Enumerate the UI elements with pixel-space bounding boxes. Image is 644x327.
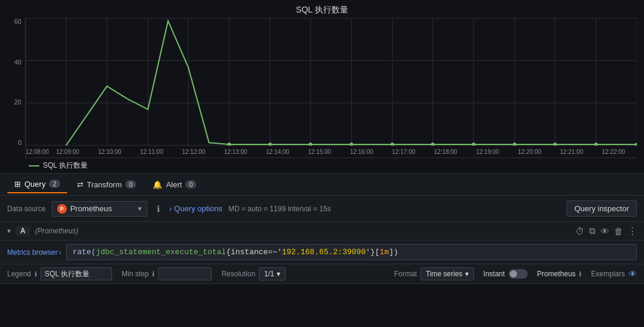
query-tab-icon: ⊞ xyxy=(14,180,21,189)
prometheus-info-icon[interactable]: ℹ xyxy=(579,270,581,278)
instant-toggle[interactable] xyxy=(509,269,528,279)
query-func-part: rate( xyxy=(73,248,96,257)
chevron-down-res-icon: ▾ xyxy=(277,270,280,278)
query-options-link[interactable]: › Query options xyxy=(169,204,222,213)
query-letter: A xyxy=(16,226,30,236)
transform-tab-label: Transform xyxy=(87,180,122,189)
resolution-group: Resolution 1/1 ▾ xyxy=(221,267,285,280)
resolution-label: Resolution xyxy=(221,270,255,278)
query-source-label: (Prometheus) xyxy=(35,227,79,235)
datasource-label: Data source xyxy=(7,205,46,213)
collapse-arrow-icon[interactable]: ▾ xyxy=(7,227,11,235)
chevron-right-small-icon: › xyxy=(59,248,61,257)
legend-option-label: Legend xyxy=(7,270,31,278)
tabs-bar: ⊞ Query 2 ⇄ Transform 0 🔔 Alert 0 xyxy=(0,173,644,196)
alert-tab-label: Alert xyxy=(166,180,182,189)
legend-label: SQL 执行数量 xyxy=(43,161,88,171)
instant-label: Instant xyxy=(484,270,505,278)
chart-container: SQL 执行数量 60 40 20 0 xyxy=(0,0,644,173)
resolution-value: 1/1 xyxy=(264,270,274,278)
format-label: Format xyxy=(394,270,417,278)
line-chart-svg xyxy=(26,18,637,146)
format-value: Time series xyxy=(426,270,463,278)
prometheus-logo: P xyxy=(57,204,67,214)
query-block: ▾ A (Prometheus) ⏱ ⧉ 👁 🗑 ⋮ Metrics brows… xyxy=(0,222,644,284)
tab-transform[interactable]: ⇄ Transform 0 xyxy=(70,177,144,193)
query-options-meta: MD = auto = 1199 Interval = 15s xyxy=(228,205,331,213)
query-header-icons: ⏱ ⧉ 👁 🗑 ⋮ xyxy=(575,226,637,236)
metrics-browser-link[interactable]: Metrics browser › xyxy=(7,248,61,257)
query-header: ▾ A (Prometheus) ⏱ ⧉ 👁 🗑 ⋮ xyxy=(0,222,644,240)
chevron-down-icon: ▾ xyxy=(138,204,142,213)
query-selector-part: {instance=~' xyxy=(226,248,282,257)
query-input[interactable]: rate(jdbc_statement_execute_total{instan… xyxy=(66,244,637,260)
legend-info-icon[interactable]: ℹ xyxy=(35,270,37,278)
resolution-select[interactable]: 1/1 ▾ xyxy=(259,267,286,280)
chart-inner: 12:08:00 12:09:00 12:10:00 12:11:00 12:1… xyxy=(25,18,637,158)
query-close-part: ]) xyxy=(389,248,398,257)
datasource-info-button[interactable]: ℹ xyxy=(153,203,163,215)
query-metric-part: jdbc_statement_execute_total xyxy=(96,248,226,257)
query-tab-badge: 2 xyxy=(49,180,60,188)
exemplars-icon[interactable]: 👁 xyxy=(628,269,637,279)
transform-tab-badge: 0 xyxy=(125,180,136,189)
x-labels: 12:08:00 12:09:00 12:10:00 12:11:00 12:1… xyxy=(26,146,637,158)
exemplars-group: Exemplars 👁 xyxy=(591,269,637,279)
legend-group: Legend ℹ xyxy=(7,267,112,280)
query-value-part: 192.168.65.2:39090 xyxy=(282,248,366,257)
hide-icon[interactable]: 👁 xyxy=(600,226,609,236)
legend-line xyxy=(29,165,39,166)
tab-alert[interactable]: 🔔 Alert 0 xyxy=(145,177,203,193)
format-group: Format Time series ▾ xyxy=(394,267,474,280)
query-range-part: 1m xyxy=(380,248,389,257)
options-row: Legend ℹ Min step ℹ Resolution 1/1 ▾ For… xyxy=(0,264,644,283)
transform-tab-icon: ⇄ xyxy=(77,180,83,189)
query-options-label: Query options xyxy=(174,204,222,213)
delete-icon[interactable]: 🗑 xyxy=(614,226,623,236)
prometheus-badge: Prometheus xyxy=(537,270,576,278)
format-select[interactable]: Time series ▾ xyxy=(420,267,474,280)
min-step-info-icon[interactable]: ℹ xyxy=(152,270,154,278)
alert-tab-badge: 0 xyxy=(185,180,196,189)
chart-area: 60 40 20 0 xyxy=(7,18,637,158)
tab-query[interactable]: ⊞ Query 2 xyxy=(7,176,67,193)
chevron-right-icon: › xyxy=(169,204,172,213)
legend-area: SQL 执行数量 xyxy=(7,158,637,171)
query-tab-label: Query xyxy=(24,180,45,189)
query-selector-close: '}[ xyxy=(366,248,379,257)
metrics-browser-label: Metrics browser xyxy=(7,248,58,257)
metrics-row: Metrics browser › rate(jdbc_statement_ex… xyxy=(0,240,644,264)
min-step-label: Min step xyxy=(122,270,148,278)
legend-input[interactable] xyxy=(41,267,112,280)
y-axis: 60 40 20 0 xyxy=(7,18,25,158)
datasource-select[interactable]: P Prometheus ▾ xyxy=(52,201,147,217)
query-inspector-button[interactable]: Query inspector xyxy=(566,200,637,217)
chart-title: SQL 执行数量 xyxy=(7,5,637,16)
exemplars-label: Exemplars xyxy=(591,270,625,278)
min-step-group: Min step ℹ xyxy=(122,267,212,280)
instant-group: Instant xyxy=(484,269,528,279)
alert-tab-icon: 🔔 xyxy=(153,180,162,189)
history-icon[interactable]: ⏱ xyxy=(575,226,584,236)
chevron-down-format-icon: ▾ xyxy=(465,270,469,278)
more-icon[interactable]: ⋮ xyxy=(628,226,637,236)
datasource-row: Data source P Prometheus ▾ ℹ › Query opt… xyxy=(0,196,644,222)
min-step-input[interactable] xyxy=(158,267,212,280)
toggle-knob xyxy=(510,270,517,277)
copy-icon[interactable]: ⧉ xyxy=(589,226,596,236)
datasource-name: Prometheus xyxy=(70,204,112,213)
prometheus-group: Prometheus ℹ xyxy=(537,270,582,278)
